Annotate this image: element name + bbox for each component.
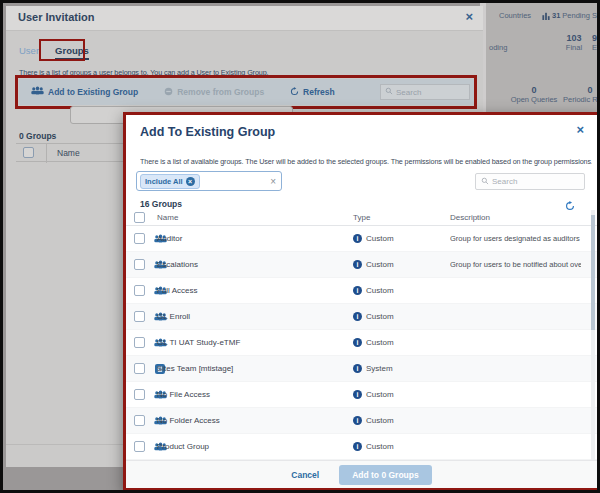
select-all-checkbox[interactable] [134,212,145,223]
select-all-checkbox[interactable] [23,147,34,158]
modal-titlebar: User Invitation × [6,6,483,31]
groups-count: 0 Groups [19,131,56,141]
name-column-header: Name [157,213,178,222]
info-icon: i [353,364,362,373]
group-row[interactable]: GL TI UAT Study-eTMF iCustom [126,330,597,356]
final-count: 103 [556,33,592,43]
info-icon: i [353,260,362,269]
row-checkbox[interactable] [134,389,145,400]
filter-chip-include-all[interactable]: Include All × [140,174,200,189]
annotation-box-groups-tab [39,39,85,61]
group-name: Full Access [157,286,197,295]
annotation-box-toolbar [15,75,477,109]
info-icon: i [353,338,362,347]
group-name: No Folder Access [157,416,220,425]
group-name: GL Enroll [157,312,190,321]
background-stats-panel: Countries 31 Pending Sites oding 103 Fin… [486,3,597,113]
group-description: Group for users designated as auditors f… [450,234,581,243]
group-row[interactable]: Full Access iCustom [126,278,597,304]
group-type: iCustom [353,390,394,399]
row-checkbox[interactable] [134,311,145,322]
info-icon: i [353,390,362,399]
dialog-title: Add To Existing Group [140,125,275,139]
add-to-existing-group-dialog: Add To Existing Group × There is a list … [123,112,600,491]
group-name: Product Group [157,442,209,451]
dialog-footer: Cancel Add to 0 Groups [126,460,597,488]
row-checkbox[interactable] [134,259,145,270]
row-checkbox[interactable] [134,441,145,452]
group-description: Group for users to be notified about ove… [450,260,581,269]
coding-stat: oding [489,43,519,52]
group-row[interactable]: Auditor iCustom Group for users designat… [126,226,597,252]
group-row[interactable]: No File Access iCustom [126,382,597,408]
group-name: Sites Team [mtistage] [157,364,233,373]
row-checkbox[interactable] [134,233,145,244]
open-queries-stat: 0 Open Queries [504,85,564,104]
info-icon: i [353,286,362,295]
add-to-groups-button[interactable]: Add to 0 Groups [339,465,432,485]
group-type: iCustom [353,286,394,295]
expiring-stat: 9 Expi [592,33,597,52]
close-icon[interactable]: × [465,9,473,24]
dialog-description: There is a list of available groups. The… [140,157,592,166]
pending-sites-count: 31 [552,11,560,20]
row-checkbox[interactable] [134,363,145,374]
available-groups-count: 16 Groups [140,199,182,209]
bar-chart-icon [542,12,550,20]
info-icon: i [353,234,362,243]
group-type: iSystem [353,364,393,373]
group-search-input[interactable]: Search [475,173,585,190]
countries-label: Countries [499,11,531,20]
name-column-header: Name [57,148,80,158]
group-name: Auditor [157,234,182,243]
final-stat: 103 Final [556,33,592,52]
group-table-header: Name Type Description [126,209,597,226]
expiring-count: 9 [592,33,597,43]
group-type: iCustom [353,442,394,451]
info-icon: i [353,312,362,321]
group-name: GL TI UAT Study-eTMF [157,338,240,347]
expiring-label: Expi [592,43,597,52]
search-icon [481,177,489,187]
open-queries-label: Open Queries [504,95,564,104]
group-type: iCustom [353,260,394,269]
group-type: iCustom [353,312,394,321]
pending-sites-label: Pending Sites [562,11,597,20]
group-row[interactable]: No Folder Access iCustom [126,408,597,434]
final-label: Final [556,43,592,52]
pending-sites-stat: 31 Pending Sites [542,11,597,20]
periodic-review-count: 0 [558,85,597,95]
filter-clear-icon[interactable]: × [270,176,276,187]
open-queries-count: 0 [504,85,564,95]
group-filter-input[interactable]: Include All × × [136,171,282,191]
group-table-body: Auditor iCustom Group for users designat… [126,226,597,460]
info-icon: i [353,416,362,425]
group-type: iCustom [353,234,394,243]
group-type: iCustom [353,338,394,347]
group-type: iCustom [353,416,394,425]
description-column-header: Description [450,213,490,222]
group-name: Escalations [157,260,198,269]
tab-user[interactable]: User [19,45,39,60]
column-divider [46,144,47,163]
group-row[interactable]: GL Enroll iCustom [126,304,597,330]
screenshot-root: Countries 31 Pending Sites oding 103 Fin… [0,0,600,493]
type-column-header: Type [353,213,370,222]
group-row[interactable]: Escalations iCustom Group for users to b… [126,252,597,278]
row-checkbox[interactable] [134,337,145,348]
row-checkbox[interactable] [134,285,145,296]
group-row[interactable]: Sites Team [mtistage] iSystem [126,356,597,382]
modal-title: User Invitation [18,11,94,23]
group-row[interactable]: Product Group iCustom [126,434,597,460]
group-name: No File Access [157,390,210,399]
row-checkbox[interactable] [134,415,145,426]
cancel-button[interactable]: Cancel [291,470,319,480]
periodic-review-stat: 0 Periodic Review [558,85,597,104]
close-icon[interactable]: × [576,122,584,137]
scrollbar-thumb[interactable] [591,215,595,330]
table-scrollbar [591,210,595,460]
chip-remove-icon[interactable]: × [186,177,195,186]
info-icon: i [353,442,362,451]
periodic-review-label: Periodic Review [558,95,597,104]
